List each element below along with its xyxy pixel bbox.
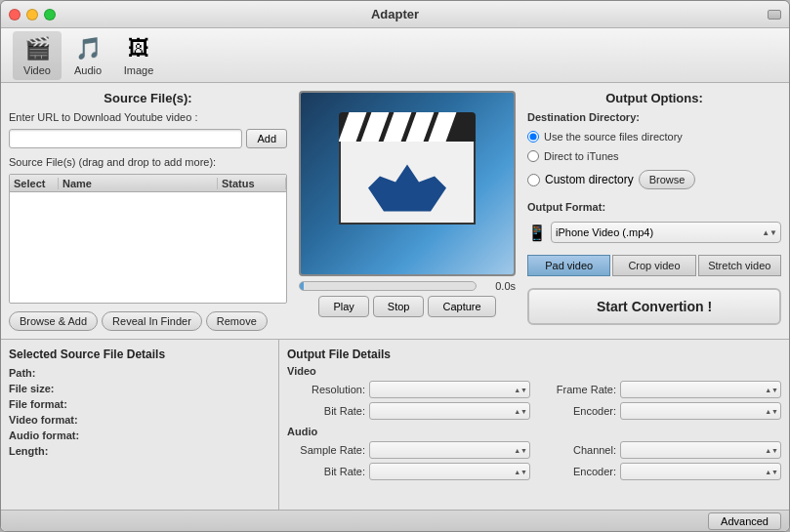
audio-bitrate-row: Bit Rate:: [287, 463, 530, 480]
frame-rate-select[interactable]: [620, 381, 781, 398]
source-details: Selected Source File Details Path: File …: [1, 340, 279, 510]
crop-video-button[interactable]: Crop video: [612, 255, 695, 276]
toolbar-label-audio: Audio: [74, 64, 102, 76]
window-collapse-button[interactable]: [768, 10, 781, 20]
file-table-body: [10, 192, 286, 290]
bottom-section: Selected Source File Details Path: File …: [1, 339, 789, 510]
sample-rate-select-wrapper: [369, 441, 530, 459]
minimize-button[interactable]: [26, 9, 38, 20]
audio-bitrate-label: Bit Rate:: [287, 466, 365, 477]
frame-rate-label: Frame Rate:: [538, 384, 616, 395]
image-icon: 🖼: [125, 35, 152, 62]
radio-source-label: Use the source files directory: [544, 131, 683, 143]
frame-rate-row: Frame Rate:: [538, 381, 781, 398]
audio-encoder-select[interactable]: [620, 463, 781, 480]
filesize-label: File size:: [9, 383, 97, 394]
detail-fileformat: File format:: [9, 398, 270, 410]
channel-row: Channel:: [538, 441, 781, 459]
video-bitrate-select-wrapper: [369, 402, 530, 420]
video-encoder-label: Encoder:: [538, 405, 616, 417]
resolution-row: Resolution:: [287, 381, 530, 398]
advanced-button[interactable]: Advanced: [708, 512, 781, 530]
format-icon: 📱: [527, 224, 547, 242]
audio-icon: 🎵: [74, 35, 102, 62]
radio-custom-input[interactable]: [527, 174, 540, 186]
pad-video-button[interactable]: Pad video: [527, 255, 610, 276]
center-panel: 0.0s Play Stop Capture: [295, 91, 520, 331]
drag-drop-label: Source File(s) (drag and drop to add mor…: [9, 156, 287, 168]
toolbar-item-image[interactable]: 🖼 Image: [114, 31, 163, 80]
audio-bitrate-select[interactable]: [369, 463, 530, 480]
output-details-header: Output File Details: [287, 348, 781, 361]
resolution-select[interactable]: [369, 381, 530, 398]
stop-button[interactable]: Stop: [373, 296, 425, 317]
remove-button[interactable]: Remove: [206, 311, 268, 331]
statusbar: Advanced: [1, 510, 789, 531]
traffic-lights: [9, 9, 56, 20]
radio-custom-label: Custom directory: [545, 173, 634, 186]
toolbar-label-video: Video: [23, 64, 51, 76]
audio-fields-grid: Sample Rate: Channel: Bit Rate:: [287, 441, 781, 480]
stretch-video-button[interactable]: Stretch video: [698, 255, 781, 276]
left-panel: Source File(s): Enter URL to Download Yo…: [9, 91, 287, 331]
format-select[interactable]: iPhone Video (.mp4): [551, 222, 781, 243]
titlebar: Adapter: [1, 1, 789, 28]
audio-encoder-select-wrapper: [620, 463, 781, 480]
main-window: Adapter 🎬 Video 🎵 Audio 🖼 Image Source F…: [0, 0, 790, 532]
close-button[interactable]: [9, 9, 21, 20]
path-label: Path:: [9, 367, 97, 379]
reveal-in-finder-button[interactable]: Reveal In Finder: [102, 311, 202, 331]
video-encoder-row: Encoder:: [538, 402, 781, 420]
audio-encoder-row: Encoder:: [538, 463, 781, 480]
length-label: Length:: [9, 445, 97, 457]
radio-source: Use the source files directory: [527, 131, 781, 143]
video-fields-grid: Resolution: Frame Rate: Bit Rate:: [287, 381, 781, 420]
radio-itunes-input[interactable]: [527, 150, 539, 162]
add-url-button[interactable]: Add: [246, 129, 287, 148]
col-select: Select: [10, 178, 59, 189]
file-table-header: Select Name Status: [10, 175, 286, 192]
start-conversion-button[interactable]: Start Convertion !: [527, 288, 781, 325]
progress-time: 0.0s: [480, 280, 516, 292]
url-input[interactable]: [9, 129, 242, 148]
play-button[interactable]: Play: [318, 296, 368, 317]
audio-encoder-label: Encoder:: [538, 466, 616, 477]
capture-button[interactable]: Capture: [428, 296, 495, 317]
video-encoder-select[interactable]: [620, 402, 781, 420]
video-bitrate-row: Bit Rate:: [287, 402, 530, 420]
toolbar: 🎬 Video 🎵 Audio 🖼 Image: [1, 28, 789, 83]
resolution-select-wrapper: [369, 381, 530, 398]
detail-videoformat: Video format:: [9, 414, 270, 426]
sample-rate-label: Sample Rate:: [287, 444, 365, 456]
video-encoder-select-wrapper: [620, 402, 781, 420]
audio-section-label: Audio: [287, 426, 781, 437]
maximize-button[interactable]: [44, 9, 56, 20]
audioformat-label: Audio format:: [9, 430, 97, 441]
url-row: Add: [9, 129, 287, 148]
stripe5: [429, 112, 457, 142]
channel-select[interactable]: [620, 441, 781, 459]
pad-buttons: Pad video Crop video Stretch video: [527, 255, 781, 276]
videoformat-label: Video format:: [9, 414, 97, 426]
radio-custom-row: Custom directory Browse: [527, 170, 781, 189]
fileformat-label: File format:: [9, 398, 97, 410]
right-panel: Output Options: Destination Directory: U…: [527, 91, 781, 331]
clapper-top: [339, 112, 476, 142]
audio-bitrate-select-wrapper: [369, 463, 530, 480]
radio-source-input[interactable]: [527, 131, 539, 143]
toolbar-item-video[interactable]: 🎬 Video: [13, 31, 62, 80]
browse-add-button[interactable]: Browse & Add: [9, 311, 98, 331]
video-bitrate-label: Bit Rate:: [287, 405, 365, 417]
col-status: Status: [218, 178, 286, 189]
progress-bar: [299, 281, 477, 291]
sample-rate-row: Sample Rate:: [287, 441, 530, 459]
clapperboard: [339, 112, 476, 225]
toolbar-item-audio[interactable]: 🎵 Audio: [63, 31, 112, 80]
output-options-header: Output Options:: [527, 91, 781, 105]
sample-rate-select[interactable]: [369, 441, 530, 459]
format-label: Output Format:: [527, 201, 781, 213]
browse-output-button[interactable]: Browse: [639, 170, 696, 189]
toolbar-label-image: Image: [124, 64, 154, 76]
format-select-wrapper: iPhone Video (.mp4): [551, 222, 781, 243]
video-bitrate-select[interactable]: [369, 402, 530, 420]
